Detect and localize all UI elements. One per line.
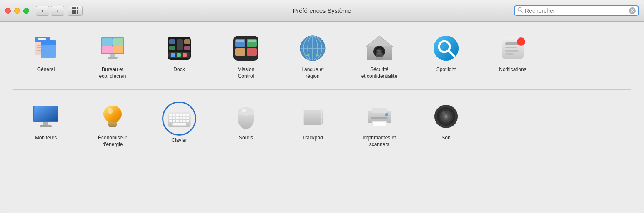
svg-rect-85	[176, 117, 179, 119]
general-label: Général	[37, 67, 55, 73]
svg-rect-28	[177, 39, 183, 50]
svg-rect-26	[169, 39, 175, 44]
forward-button[interactable]: ›	[51, 6, 64, 16]
svg-rect-16	[113, 38, 123, 46]
svg-rect-20	[108, 57, 118, 59]
mission-control-label: MissionControl	[238, 67, 255, 79]
svg-rect-70	[40, 125, 52, 127]
pref-dock[interactable]: Dock	[146, 30, 213, 77]
svg-rect-6	[38, 38, 46, 40]
pref-mouse[interactable]: Souris	[213, 98, 279, 145]
spotlight-icon	[431, 33, 461, 63]
svg-rect-23	[171, 53, 175, 57]
svg-rect-62	[505, 50, 519, 52]
pref-trackpad[interactable]: Trackpad	[279, 98, 346, 145]
svg-text:!: !	[520, 40, 522, 45]
svg-rect-86	[180, 117, 182, 119]
maximize-button[interactable]	[23, 8, 29, 14]
pref-security[interactable]: Sécuritéet confidentialité	[346, 30, 413, 83]
desktop-label: Bureau etéco. d'écran	[99, 67, 126, 79]
svg-rect-74	[109, 126, 116, 127]
notifications-icon: !	[498, 33, 528, 63]
svg-rect-83	[169, 117, 172, 119]
svg-point-119	[445, 115, 447, 118]
svg-rect-30	[184, 46, 190, 50]
window-title: Préférences Système	[293, 7, 351, 14]
pref-general[interactable]: Général	[13, 30, 79, 77]
pref-monitors[interactable]: Moniteurs	[13, 98, 79, 145]
dock-icon	[164, 33, 194, 63]
search-input[interactable]	[525, 7, 627, 14]
mission-control-icon	[231, 33, 261, 63]
spotlight-label: Spotlight	[436, 67, 456, 73]
svg-rect-18	[113, 46, 123, 53]
sound-label: Son	[441, 135, 450, 141]
svg-rect-29	[184, 39, 190, 44]
svg-rect-53	[376, 53, 383, 60]
pref-printers[interactable]: Imprimantes etscanners	[346, 98, 413, 151]
svg-rect-82	[186, 114, 189, 116]
back-button[interactable]: ‹	[36, 6, 49, 16]
minimize-button[interactable]	[14, 8, 20, 14]
grid-view-button[interactable]	[68, 6, 83, 16]
pref-notifications[interactable]: ! Notifications	[479, 30, 546, 77]
language-icon	[298, 33, 328, 63]
pref-language[interactable]: Langue etrégion	[279, 30, 346, 83]
keyboard-label: Clavier	[171, 137, 187, 144]
svg-rect-109	[373, 122, 386, 126]
svg-rect-107	[372, 108, 387, 113]
pref-sound[interactable]: Son	[413, 98, 479, 145]
search-clear-button[interactable]: ✕	[629, 7, 636, 14]
svg-rect-90	[173, 120, 175, 122]
svg-rect-19	[110, 54, 115, 57]
close-button[interactable]	[5, 8, 11, 14]
svg-rect-84	[173, 117, 175, 119]
svg-rect-35	[247, 48, 257, 56]
svg-rect-91	[176, 120, 179, 122]
svg-rect-93	[183, 120, 185, 122]
svg-rect-25	[183, 53, 187, 57]
security-label: Sécuritéet confidentialité	[361, 67, 398, 79]
energy-icon	[98, 102, 128, 131]
svg-rect-87	[183, 117, 185, 119]
main-window: ‹ › Préférences Système ✕	[0, 0, 644, 213]
svg-rect-72	[108, 122, 117, 124]
svg-rect-34	[235, 48, 245, 56]
svg-point-111	[385, 113, 388, 116]
search-bar[interactable]: ✕	[514, 5, 639, 16]
svg-point-120	[442, 111, 445, 115]
nav-buttons: ‹ ›	[36, 6, 64, 16]
svg-rect-79	[176, 114, 179, 116]
content-area: Général	[0, 22, 644, 213]
pref-energy[interactable]: Économiseurd'énergie	[79, 98, 146, 151]
svg-rect-63	[505, 53, 514, 55]
preferences-row-2: Moniteurs	[13, 89, 631, 158]
pref-keyboard[interactable]: Clavier	[146, 98, 213, 147]
trackpad-label: Trackpad	[302, 135, 323, 141]
svg-rect-73	[108, 124, 117, 126]
pref-mission-control[interactable]: MissionControl	[213, 30, 279, 83]
pref-desktop[interactable]: Bureau etéco. d'écran	[79, 30, 146, 83]
svg-rect-102	[303, 109, 323, 125]
svg-rect-88	[186, 117, 189, 119]
svg-line-1	[521, 11, 523, 12]
svg-marker-46	[366, 36, 393, 47]
energy-label: Économiseurd'énergie	[98, 135, 127, 148]
keyboard-icon	[164, 104, 194, 134]
monitors-icon	[31, 102, 61, 131]
pref-spotlight[interactable]: Spotlight	[413, 30, 479, 77]
monitors-label: Moniteurs	[35, 135, 57, 141]
general-icon	[31, 33, 61, 63]
svg-rect-78	[173, 114, 175, 116]
svg-rect-80	[180, 114, 182, 116]
security-icon	[364, 33, 394, 63]
titlebar: ‹ › Préférences Système ✕	[0, 0, 644, 22]
search-icon	[517, 7, 523, 14]
svg-rect-12	[41, 44, 56, 45]
svg-rect-69	[43, 122, 48, 126]
language-label: Langue etrégion	[301, 67, 323, 79]
dock-label: Dock	[173, 67, 185, 73]
traffic-lights	[5, 8, 29, 14]
svg-rect-77	[169, 114, 172, 116]
keyboard-selection-ring	[162, 102, 196, 136]
